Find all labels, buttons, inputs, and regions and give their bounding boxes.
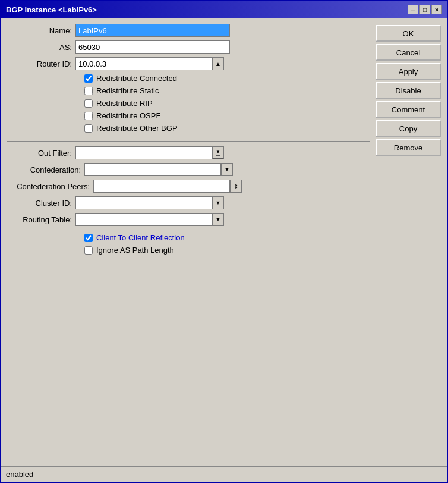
confederation-wrapper: ▼	[84, 163, 233, 176]
name-row: Name:	[7, 24, 370, 37]
cluster-id-input[interactable]	[75, 196, 212, 209]
redistribute-static-checkbox[interactable]	[84, 87, 93, 95]
out-filter-dropdown-button[interactable]: ▼	[212, 146, 224, 159]
out-filter-wrapper: ▼	[75, 146, 224, 159]
redistribute-rip-row: Redistribute RIP	[84, 99, 370, 108]
comment-button[interactable]: Comment	[376, 101, 441, 118]
apply-button[interactable]: Apply	[376, 63, 441, 80]
redistribute-ospf-row: Redistribute OSPF	[84, 111, 370, 120]
as-label: AS:	[7, 43, 75, 52]
router-id-wrapper: ▲	[75, 57, 224, 70]
router-id-spin-button[interactable]: ▲	[212, 57, 224, 70]
form-area: Name: AS: Router ID: ▲ Redistribute Conn…	[7, 24, 370, 460]
redistribute-static-label: Redistribute Static	[96, 86, 159, 95]
confederation-peers-label: Confederation Peers:	[7, 182, 93, 191]
as-input[interactable]	[75, 40, 230, 54]
confederation-row: Confederation: ▼	[7, 163, 370, 176]
minimize-button[interactable]: ─	[408, 5, 418, 14]
client-to-client-checkbox[interactable]	[84, 234, 93, 242]
redistribute-ospf-label: Redistribute OSPF	[96, 111, 160, 120]
name-label: Name:	[7, 26, 75, 35]
cancel-button[interactable]: Cancel	[376, 44, 441, 61]
remove-button[interactable]: Remove	[376, 139, 441, 156]
name-input[interactable]	[75, 24, 230, 37]
redistribute-ospf-checkbox[interactable]	[84, 112, 93, 120]
redistribute-connected-label: Redistribute Connected	[96, 74, 177, 83]
status-text: enabled	[6, 470, 33, 479]
router-id-row: Router ID: ▲	[7, 57, 370, 70]
redistribute-connected-row: Redistribute Connected	[84, 74, 370, 83]
redistribute-connected-checkbox[interactable]	[84, 74, 93, 83]
status-bar: enabled	[1, 466, 447, 482]
client-to-client-row: Client To Client Reflection	[84, 233, 370, 242]
routing-table-label: Routing Table:	[7, 215, 75, 224]
routing-table-input[interactable]	[75, 213, 212, 226]
redistribute-static-row: Redistribute Static	[84, 86, 370, 95]
confederation-input[interactable]	[84, 163, 221, 176]
confederation-label: Confederation:	[7, 165, 84, 174]
cluster-id-row: Cluster ID: ▼	[7, 196, 370, 209]
client-to-client-label: Client To Client Reflection	[96, 233, 185, 242]
redistribute-other-bgp-row: Redistribute Other BGP	[84, 124, 370, 133]
out-filter-label: Out Filter:	[7, 149, 75, 158]
main-window: BGP Instance <LabIPv6> ─ □ ✕ Name: AS: R…	[0, 0, 448, 483]
cluster-id-label: Cluster ID:	[7, 199, 75, 208]
restore-button[interactable]: □	[419, 5, 430, 14]
router-id-input[interactable]	[75, 57, 212, 70]
button-area: OK Cancel Apply Disable Comment Copy Rem…	[376, 24, 441, 460]
window-title: BGP Instance <LabIPv6>	[6, 5, 97, 14]
router-id-label: Router ID:	[7, 59, 75, 68]
as-row: AS:	[7, 40, 370, 54]
content-area: Name: AS: Router ID: ▲ Redistribute Conn…	[1, 18, 447, 466]
confederation-peers-spin-button[interactable]: ⇕	[230, 180, 242, 193]
copy-button[interactable]: Copy	[376, 120, 441, 137]
routing-table-row: Routing Table: ▼	[7, 213, 370, 226]
routing-table-wrapper: ▼	[75, 213, 224, 226]
confederation-peers-input[interactable]	[93, 180, 230, 193]
ignore-as-path-checkbox[interactable]	[84, 246, 93, 255]
redistribute-rip-label: Redistribute RIP	[96, 99, 153, 108]
ignore-as-path-label: Ignore AS Path Length	[96, 246, 174, 255]
close-button[interactable]: ✕	[431, 5, 442, 14]
ok-button[interactable]: OK	[376, 25, 441, 42]
confederation-peers-wrapper: ⇕	[93, 180, 242, 193]
ignore-as-path-row: Ignore AS Path Length	[84, 246, 370, 255]
routing-table-dropdown-button[interactable]: ▼	[212, 213, 224, 226]
title-bar-buttons: ─ □ ✕	[408, 5, 442, 14]
disable-button[interactable]: Disable	[376, 82, 441, 99]
redistribute-rip-checkbox[interactable]	[84, 99, 93, 108]
cluster-id-wrapper: ▼	[75, 196, 224, 209]
confederation-dropdown-button[interactable]: ▼	[221, 163, 233, 176]
redistribute-other-bgp-checkbox[interactable]	[84, 124, 93, 133]
confederation-peers-row: Confederation Peers: ⇕	[7, 180, 370, 193]
out-filter-input[interactable]	[75, 146, 212, 159]
cluster-id-dropdown-button[interactable]: ▼	[212, 196, 224, 209]
out-filter-row: Out Filter: ▼	[7, 146, 370, 159]
title-bar: BGP Instance <LabIPv6> ─ □ ✕	[1, 1, 447, 18]
redistribute-other-bgp-label: Redistribute Other BGP	[96, 124, 178, 133]
separator	[7, 141, 370, 142]
